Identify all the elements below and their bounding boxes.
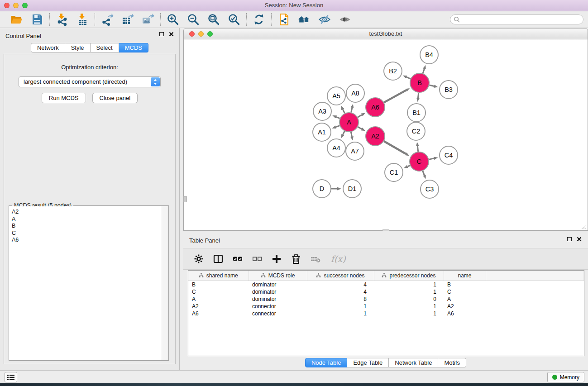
import-network-button[interactable] xyxy=(55,12,69,27)
criterion-dropdown[interactable]: largest connected component (directed) xyxy=(19,76,161,87)
edge-B-B3[interactable] xyxy=(429,85,434,86)
edge-C-C2[interactable] xyxy=(417,146,418,152)
node-C3[interactable]: C3 xyxy=(421,180,439,198)
edge-B-B4[interactable] xyxy=(423,69,424,73)
zoom-out-button[interactable] xyxy=(186,12,201,27)
net-zoom-button[interactable] xyxy=(207,31,213,37)
run-mcds-button[interactable]: Run MCDS xyxy=(42,93,86,103)
column-header-MCDS-role[interactable]: MCDS role xyxy=(249,271,307,281)
export-image-button[interactable] xyxy=(141,12,155,27)
mcds-result-item[interactable]: C xyxy=(12,230,161,237)
table-row[interactable]: Bdominator41B xyxy=(188,281,584,288)
node-B2[interactable]: B2 xyxy=(384,62,402,80)
zoom-selected-button[interactable] xyxy=(227,12,241,27)
node-A1[interactable]: A1 xyxy=(313,123,331,141)
refresh-layout-button[interactable] xyxy=(252,12,266,27)
column-header-successor-nodes[interactable]: successor nodes xyxy=(307,271,374,281)
birdseye-toggle-handle[interactable] xyxy=(183,196,187,202)
control-tab-mcds[interactable]: MCDS xyxy=(119,43,148,52)
deselect-all-checkboxes-button[interactable] xyxy=(251,253,263,265)
node-A5[interactable]: A5 xyxy=(327,87,345,105)
function-builder-button[interactable]: f(x) xyxy=(331,254,346,264)
table-tab-edge-table[interactable]: Edge Table xyxy=(347,358,389,367)
edge-B-B2[interactable] xyxy=(406,77,411,79)
column-header-shared-name[interactable]: shared name xyxy=(188,271,249,281)
show-graphics-details-button[interactable] xyxy=(338,12,352,27)
node-D[interactable]: D xyxy=(313,180,331,198)
close-table-panel-icon[interactable] xyxy=(577,237,582,242)
node-C4[interactable]: C4 xyxy=(440,146,458,164)
export-network-button[interactable] xyxy=(100,12,115,27)
node-B1[interactable]: B1 xyxy=(407,104,425,122)
edge-C-C3[interactable] xyxy=(423,171,425,176)
node-D1[interactable]: D1 xyxy=(343,180,361,198)
node-B4[interactable]: B4 xyxy=(420,46,438,64)
table-row[interactable]: Adominator80A xyxy=(188,295,584,303)
float-table-panel-icon[interactable] xyxy=(567,237,572,241)
zoom-in-button[interactable] xyxy=(166,12,180,27)
node-A4[interactable]: A4 xyxy=(327,139,345,157)
net-minimize-button[interactable] xyxy=(198,31,204,37)
memory-button[interactable]: Memory xyxy=(547,372,584,382)
save-session-button[interactable] xyxy=(30,12,44,27)
hide-selected-button[interactable] xyxy=(317,12,332,27)
export-table-button[interactable] xyxy=(120,12,135,27)
close-window-button[interactable] xyxy=(4,3,10,8)
node-A2[interactable]: A2 xyxy=(366,127,385,146)
zoom-window-button[interactable] xyxy=(22,3,28,8)
delete-columns-button[interactable] xyxy=(290,253,302,265)
show-panels-menu-button[interactable] xyxy=(5,372,17,382)
network-window-titlebar[interactable]: testGlobe.txt xyxy=(183,28,588,39)
node-A7[interactable]: A7 xyxy=(346,142,364,160)
delete-table-button[interactable] xyxy=(310,253,321,265)
import-table-button[interactable] xyxy=(75,12,90,27)
column-header-name[interactable]: name xyxy=(444,271,486,281)
search-input[interactable] xyxy=(462,16,580,23)
table-row[interactable]: Cdominator41C xyxy=(188,288,584,295)
mcds-result-item[interactable]: B xyxy=(12,223,161,230)
window-resize-grip[interactable] xyxy=(580,223,587,229)
open-file-button[interactable] xyxy=(10,12,24,27)
control-tab-network[interactable]: Network xyxy=(31,43,65,52)
node-A8[interactable]: A8 xyxy=(346,84,364,102)
node-C[interactable]: C xyxy=(410,152,429,171)
control-tab-style[interactable]: Style xyxy=(65,43,91,52)
first-neighbors-button[interactable] xyxy=(297,12,311,27)
edge-A-A1[interactable] xyxy=(336,126,339,127)
mcds-result-item[interactable]: A2 xyxy=(12,209,161,216)
node-C1[interactable]: C1 xyxy=(385,163,403,181)
node-A6[interactable]: A6 xyxy=(366,98,385,117)
table-settings-button[interactable] xyxy=(193,253,205,265)
control-tab-select[interactable]: Select xyxy=(91,43,119,52)
edge-A-A8[interactable] xyxy=(351,108,352,112)
close-panel-icon[interactable] xyxy=(169,32,174,37)
edge-A6-B[interactable] xyxy=(384,90,406,102)
edge-A-A5[interactable] xyxy=(343,110,344,114)
edge-A-A3[interactable] xyxy=(336,117,340,118)
minimize-window-button[interactable] xyxy=(13,3,19,8)
add-column-button[interactable] xyxy=(271,253,282,265)
new-network-from-selection-button[interactable] xyxy=(277,12,291,27)
table-tab-node-table[interactable]: Node Table xyxy=(305,358,348,367)
net-close-button[interactable] xyxy=(189,31,195,37)
node-A3[interactable]: A3 xyxy=(313,102,331,120)
edge-A-A4[interactable] xyxy=(343,131,345,135)
edge-B-B1[interactable] xyxy=(418,93,419,98)
edge-A-A2[interactable] xyxy=(358,127,362,129)
edge-A-A6[interactable] xyxy=(358,115,362,117)
select-all-checkboxes-button[interactable] xyxy=(232,253,244,265)
mcds-result-item[interactable]: A xyxy=(12,216,161,223)
network-graph[interactable]: AA1A2A3A4A5A6A7A8BB1B2B3B4CC1C2C3C4DD1 xyxy=(184,39,588,230)
node-C2[interactable]: C2 xyxy=(407,122,425,140)
node-B3[interactable]: B3 xyxy=(440,81,458,99)
edge-A-A7[interactable] xyxy=(351,132,352,137)
edge-C-C1[interactable] xyxy=(407,166,410,167)
mcds-result-item[interactable]: A6 xyxy=(12,237,161,244)
network-canvas[interactable]: AA1A2A3A4A5A6A7A8BB1B2B3B4CC1C2C3C4DD1 xyxy=(183,39,588,231)
edge-A2-C[interactable] xyxy=(384,141,406,154)
result-scrollbar[interactable] xyxy=(162,206,168,360)
close-panel-button[interactable]: Close panel xyxy=(92,93,138,103)
table-row[interactable]: A6connector11A6 xyxy=(188,310,584,317)
node-B[interactable]: B xyxy=(410,73,429,92)
column-header-predecessor-nodes[interactable]: predecessor nodes xyxy=(374,271,444,281)
